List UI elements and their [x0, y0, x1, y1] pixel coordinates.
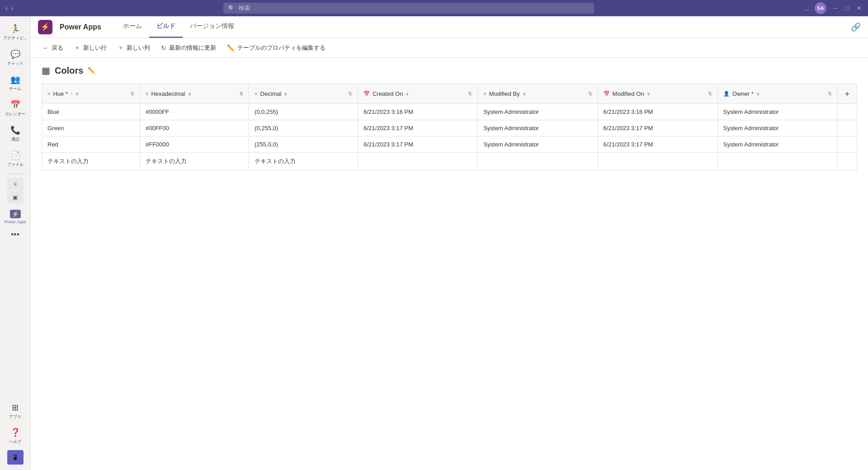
- new-row-placeholder[interactable]: テキストの入力テキストの入力テキストの入力: [42, 153, 857, 170]
- sidebar-item-activity[interactable]: 🏃 アクティビ...: [0, 20, 30, 45]
- search-bar[interactable]: 🔍 検索: [223, 3, 594, 14]
- mobile-preview-btn[interactable]: 📱: [7, 450, 24, 465]
- cell-hexadecimal-1[interactable]: #00FF00: [140, 120, 249, 136]
- cell-modifiedOn-1[interactable]: 6/21/2023 3:17 PM: [598, 120, 717, 136]
- new-row-button[interactable]: ＋ 新しい行: [70, 41, 111, 55]
- hue-filter-icon[interactable]: ⇅: [130, 91, 134, 97]
- window-controls: ─ □ ✕: [832, 5, 863, 11]
- cell-decimal-1[interactable]: (0,255,0): [249, 120, 358, 136]
- add-column-header[interactable]: ＋: [838, 84, 857, 104]
- created-filter-icon[interactable]: ⇅: [468, 91, 472, 97]
- refresh-button[interactable]: ↻ 最新の情報に更新: [156, 41, 221, 55]
- tab-home[interactable]: ホーム: [116, 16, 149, 38]
- modon-col-icon: 📅: [604, 91, 610, 97]
- user-avatar[interactable]: SA: [815, 2, 826, 14]
- panel-btn-1[interactable]: ≡: [7, 178, 24, 190]
- dec-filter-icon[interactable]: ⇅: [348, 91, 352, 97]
- sidebar-item-help[interactable]: ❓ ヘルプ: [7, 424, 24, 448]
- cell-owner-2[interactable]: System Administrator: [717, 136, 837, 153]
- cell-modifiedOn-0[interactable]: 6/21/2023 3:16 PM: [598, 104, 717, 120]
- col-header-modified-by[interactable]: ≡ Modified By ∨ ⇅: [478, 84, 598, 104]
- sidebar-panels: ≡ ▣: [7, 178, 24, 204]
- sidebar-item-powerapps[interactable]: ⚡ Power Apps: [0, 206, 30, 228]
- owner-chevron-icon[interactable]: ∨: [756, 91, 760, 96]
- cell-owner-1[interactable]: System Administrator: [717, 120, 837, 136]
- table-row[interactable]: Red#FF0000(255,0,0)6/21/2023 3:17 PMSyst…: [42, 136, 857, 153]
- cell-hexadecimal-2[interactable]: #FF0000: [140, 136, 249, 153]
- table-row[interactable]: Green#00FF00(0,255,0)6/21/2023 3:17 PMSy…: [42, 120, 857, 136]
- cell-modifiedBy-2[interactable]: System Administrator: [478, 136, 598, 153]
- owner-col-label: Owner *: [732, 90, 754, 97]
- cell-createdOn-1[interactable]: 6/21/2023 3:17 PM: [358, 120, 478, 136]
- back-nav[interactable]: ‹: [5, 5, 8, 12]
- col-header-decimal[interactable]: ≡ Decimal ∨ ⇅: [249, 84, 358, 104]
- hex-chevron-icon[interactable]: ∨: [188, 91, 191, 96]
- cell-owner-0[interactable]: System Administrator: [717, 104, 837, 120]
- modby-chevron-icon[interactable]: ∨: [523, 91, 526, 96]
- modby-col-label: Modified By: [489, 90, 520, 97]
- cell-createdOn-2[interactable]: 6/21/2023 3:17 PM: [358, 136, 478, 153]
- hue-chevron-icon[interactable]: ∨: [75, 91, 79, 96]
- owner-filter-icon[interactable]: ⇅: [828, 91, 832, 97]
- toolbar: ← 戻る ＋ 新しい行 ＋ 新しい列 ↻ 最新の情報に更新 ✏️ テーブルのプロ…: [31, 38, 868, 58]
- nav-tabs: ホーム ビルド バージョン情報: [116, 16, 241, 38]
- cell-hexadecimal-0[interactable]: #0000FF: [140, 104, 249, 120]
- new-row-label: 新しい行: [83, 44, 107, 52]
- title-bar: ‹ › 🔍 検索 ... SA ─ □ ✕: [0, 0, 868, 16]
- edit-props-button[interactable]: ✏️ テーブルのプロパティを編集する: [222, 41, 330, 55]
- sidebar-item-apps[interactable]: ⊞ アプリ: [7, 399, 24, 423]
- sidebar-label-powerapps: Power Apps: [4, 220, 26, 224]
- link-icon[interactable]: 🔗: [851, 23, 861, 32]
- col-header-hue[interactable]: ≡ Hue * ↑ ∨ ⇅: [42, 84, 140, 104]
- tab-version[interactable]: バージョン情報: [183, 16, 241, 38]
- cell-hue-1[interactable]: Green: [42, 120, 140, 136]
- close-button[interactable]: ✕: [855, 5, 863, 11]
- table-edit-icon[interactable]: ✏️: [88, 67, 95, 74]
- new-cell-hexadecimal[interactable]: テキストの入力: [140, 153, 249, 170]
- help-icon: ❓: [10, 428, 20, 437]
- sidebar-item-calendar[interactable]: 📅 カレンダー: [0, 96, 30, 121]
- add-column-icon[interactable]: ＋: [843, 89, 851, 98]
- maximize-button[interactable]: □: [844, 5, 851, 11]
- table-row[interactable]: Blue#0000FF(0,0,255)6/21/2023 3:16 PMSys…: [42, 104, 857, 120]
- col-header-owner[interactable]: 👤 Owner * ∨ ⇅: [717, 84, 837, 104]
- cell-hue-2[interactable]: Red: [42, 136, 140, 153]
- new-cell-decimal[interactable]: テキストの入力: [249, 153, 358, 170]
- sidebar-item-calls[interactable]: 📞 通話: [0, 122, 30, 146]
- back-button[interactable]: ← 戻る: [38, 41, 68, 55]
- created-chevron-icon[interactable]: ∨: [406, 91, 409, 96]
- modby-filter-icon[interactable]: ⇅: [588, 91, 592, 97]
- more-options[interactable]: ...: [804, 5, 809, 12]
- hue-sort-icon[interactable]: ↑: [71, 91, 73, 96]
- minimize-button[interactable]: ─: [832, 5, 839, 11]
- created-col-icon: 📅: [363, 91, 370, 97]
- cell-modifiedBy-1[interactable]: System Administrator: [478, 120, 598, 136]
- sidebar-more[interactable]: •••: [7, 230, 23, 240]
- cell-createdOn-0[interactable]: 6/21/2023 3:16 PM: [358, 104, 478, 120]
- new-cell-hue[interactable]: テキストの入力: [42, 153, 140, 170]
- created-col-label: Created On: [373, 90, 403, 97]
- cell-decimal-2[interactable]: (255,0,0): [249, 136, 358, 153]
- new-column-button[interactable]: ＋ 新しい列: [113, 41, 155, 55]
- sidebar-item-teams[interactable]: 👥 チーム: [0, 71, 30, 95]
- cell-modifiedOn-2[interactable]: 6/21/2023 3:17 PM: [598, 136, 717, 153]
- modon-chevron-icon[interactable]: ∨: [647, 91, 650, 96]
- hex-filter-icon[interactable]: ⇅: [239, 91, 243, 97]
- col-header-created-on[interactable]: 📅 Created On ∨ ⇅: [358, 84, 478, 104]
- edit-props-icon: ✏️: [227, 44, 235, 52]
- col-header-modified-on[interactable]: 📅 Modified On ∨ ⇅: [598, 84, 717, 104]
- cell-hue-0[interactable]: Blue: [42, 104, 140, 120]
- panel-btn-2[interactable]: ▣: [7, 191, 24, 204]
- cell-modifiedBy-0[interactable]: System Administrator: [478, 104, 598, 120]
- dec-chevron-icon[interactable]: ∨: [284, 91, 287, 96]
- modon-filter-icon[interactable]: ⇅: [708, 91, 712, 97]
- forward-nav[interactable]: ›: [11, 5, 14, 12]
- tab-build[interactable]: ビルド: [149, 16, 183, 38]
- cell-decimal-0[interactable]: (0,0,255): [249, 104, 358, 120]
- hex-col-label: Hexadecimal: [151, 90, 185, 97]
- sidebar-item-chat[interactable]: 💬 チャット: [0, 46, 30, 70]
- col-header-hexadecimal[interactable]: ≡ Hexadecimal ∨ ⇅: [140, 84, 249, 104]
- table-grid-icon: ▦: [42, 65, 50, 76]
- sidebar: 🏃 アクティビ... 💬 チャット 👥 チーム 📅 カレンダー 📞 通話 📄 フ…: [0, 16, 31, 470]
- sidebar-item-files[interactable]: 📄 ファイル: [0, 147, 30, 171]
